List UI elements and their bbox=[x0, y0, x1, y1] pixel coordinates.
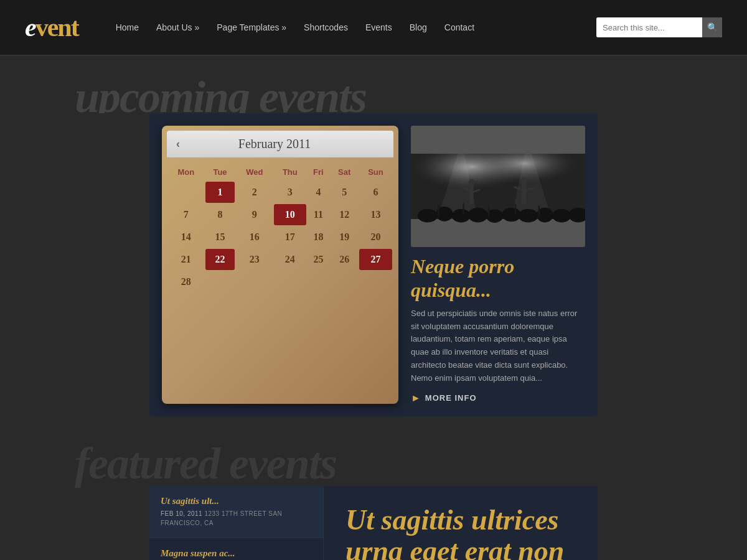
calendar-day[interactable]: 13 bbox=[359, 204, 392, 225]
svg-point-5 bbox=[418, 209, 438, 223]
calendar: ‹ February 2011 Mon Tue Wed Thu Fri Sat … bbox=[162, 126, 398, 404]
day-thu: Thu bbox=[274, 164, 306, 180]
calendar-day[interactable]: 6 bbox=[359, 182, 392, 203]
calendar-day[interactable]: 20 bbox=[359, 226, 392, 248]
events-section: ‹ February 2011 Mon Tue Wed Thu Fri Sat … bbox=[149, 113, 598, 416]
day-wed: Wed bbox=[236, 164, 273, 180]
svg-rect-18 bbox=[515, 204, 516, 215]
featured-main: Ut sagittis ultrices urna eget erat non … bbox=[324, 486, 598, 560]
calendar-day[interactable]: 3 bbox=[274, 182, 306, 203]
calendar-day bbox=[236, 271, 273, 292]
svg-point-21 bbox=[469, 179, 475, 185]
calendar-day[interactable]: 2 bbox=[236, 182, 273, 203]
logo[interactable]: event bbox=[25, 12, 78, 42]
svg-rect-22 bbox=[522, 182, 527, 204]
svg-rect-20 bbox=[469, 184, 473, 203]
featured-item-2-title: Magna suspen ac... bbox=[161, 548, 312, 559]
featured-list: Ut sagittis ult... FEB 10, 2011 1233 17T… bbox=[149, 486, 324, 560]
calendar-week: 28 bbox=[168, 271, 392, 292]
calendar-day[interactable]: 4 bbox=[308, 182, 330, 203]
event-image bbox=[411, 126, 585, 247]
featured-item-1-title: Ut sagittis ult... bbox=[161, 496, 312, 506]
arrow-icon: ► bbox=[411, 393, 421, 404]
calendar-day[interactable]: 28 bbox=[168, 271, 204, 292]
calendar-day[interactable]: 24 bbox=[274, 249, 306, 270]
svg-point-13 bbox=[552, 209, 571, 223]
svg-rect-17 bbox=[488, 207, 490, 216]
svg-rect-15 bbox=[438, 205, 439, 215]
more-info-link[interactable]: ► MORE INFO bbox=[411, 393, 585, 404]
logo-vent: vent bbox=[35, 13, 78, 42]
featured-item-1-meta: FEB 10, 2011 1233 17TH STREET SAN FRANCI… bbox=[161, 509, 312, 528]
day-sun: Sun bbox=[359, 164, 392, 180]
featured-main-title: Ut sagittis ultrices urna eget erat non bbox=[345, 505, 576, 560]
calendar-day[interactable]: 22 bbox=[205, 249, 235, 270]
search-input[interactable] bbox=[596, 17, 702, 37]
calendar-day[interactable]: 25 bbox=[308, 249, 330, 270]
event-title: Neque porro quisqua... bbox=[411, 254, 585, 302]
logo-e: e bbox=[25, 13, 35, 42]
calendar-week: 14151617181920 bbox=[168, 226, 392, 248]
svg-rect-16 bbox=[463, 203, 464, 215]
calendar-day bbox=[274, 271, 306, 292]
featured-section-bg: featured events bbox=[0, 429, 747, 486]
nav-about[interactable]: About Us » bbox=[156, 22, 199, 32]
calendar-day[interactable]: 17 bbox=[274, 226, 306, 248]
calendar-body: 1234567891011121314151617181920212223242… bbox=[168, 182, 392, 292]
calendar-day[interactable]: 7 bbox=[168, 204, 204, 225]
upcoming-section-bg: upcoming events bbox=[0, 56, 747, 113]
upcoming-title: upcoming events bbox=[75, 56, 672, 113]
calendar-day[interactable]: 26 bbox=[331, 249, 358, 270]
calendar-grid: Mon Tue Wed Thu Fri Sat Sun 123456789101… bbox=[167, 162, 393, 294]
nav-page-templates[interactable]: Page Templates » bbox=[217, 22, 286, 32]
featured-item-1-date: FEB 10, 2011 bbox=[161, 510, 202, 517]
calendar-day[interactable]: 5 bbox=[331, 182, 358, 203]
calendar-day[interactable]: 10 bbox=[274, 204, 306, 225]
header: event Home About Us » Page Templates » S… bbox=[0, 0, 747, 56]
svg-point-23 bbox=[520, 177, 527, 184]
search-box: 🔍 bbox=[596, 17, 722, 37]
calendar-week: 78910111213 bbox=[168, 204, 392, 225]
calendar-month: February 2011 bbox=[238, 137, 311, 151]
featured-item-1[interactable]: Ut sagittis ult... FEB 10, 2011 1233 17T… bbox=[149, 486, 323, 538]
nav-events[interactable]: Events bbox=[365, 22, 392, 32]
svg-rect-2 bbox=[411, 154, 585, 219]
calendar-day[interactable]: 23 bbox=[236, 249, 273, 270]
day-mon: Mon bbox=[168, 164, 204, 180]
event-preview: Neque porro quisqua... Sed ut perspiciat… bbox=[411, 126, 585, 404]
calendar-prev-button[interactable]: ‹ bbox=[176, 138, 180, 151]
nav-shortcodes[interactable]: Shortcodes bbox=[304, 22, 348, 32]
day-tue: Tue bbox=[205, 164, 235, 180]
svg-point-11 bbox=[518, 209, 538, 223]
calendar-day bbox=[308, 271, 330, 292]
calendar-day bbox=[331, 271, 358, 292]
nav-blog[interactable]: Blog bbox=[410, 22, 427, 32]
calendar-day[interactable]: 19 bbox=[331, 226, 358, 248]
search-button[interactable]: 🔍 bbox=[702, 17, 722, 37]
calendar-day[interactable]: 12 bbox=[331, 204, 358, 225]
calendar-day[interactable]: 18 bbox=[308, 226, 330, 248]
calendar-day bbox=[168, 182, 204, 203]
svg-point-8 bbox=[468, 208, 488, 223]
svg-point-10 bbox=[502, 208, 520, 222]
calendar-day[interactable]: 27 bbox=[359, 249, 392, 270]
calendar-header: ‹ February 2011 bbox=[167, 131, 393, 157]
svg-point-7 bbox=[452, 209, 471, 223]
featured-item-2[interactable]: Magna suspen ac... SEP 5, 2010 1233 17TH… bbox=[149, 538, 323, 560]
event-description: Sed ut perspiciatis unde omnis iste natu… bbox=[411, 307, 585, 385]
nav-contact[interactable]: Contact bbox=[444, 22, 474, 32]
nav-home[interactable]: Home bbox=[116, 22, 139, 32]
calendar-day[interactable]: 8 bbox=[205, 204, 235, 225]
calendar-day[interactable]: 11 bbox=[308, 204, 330, 225]
calendar-day[interactable]: 21 bbox=[168, 249, 204, 270]
calendar-day[interactable]: 15 bbox=[205, 226, 235, 248]
calendar-day[interactable]: 16 bbox=[236, 226, 273, 248]
svg-rect-19 bbox=[538, 205, 540, 215]
calendar-day[interactable]: 14 bbox=[168, 226, 204, 248]
calendar-day[interactable]: 1 bbox=[205, 182, 235, 203]
main-nav: Home About Us » Page Templates » Shortco… bbox=[116, 22, 596, 32]
more-info-label: MORE INFO bbox=[425, 393, 477, 403]
calendar-week: 123456 bbox=[168, 182, 392, 203]
calendar-day bbox=[359, 271, 392, 292]
calendar-day[interactable]: 9 bbox=[236, 204, 273, 225]
